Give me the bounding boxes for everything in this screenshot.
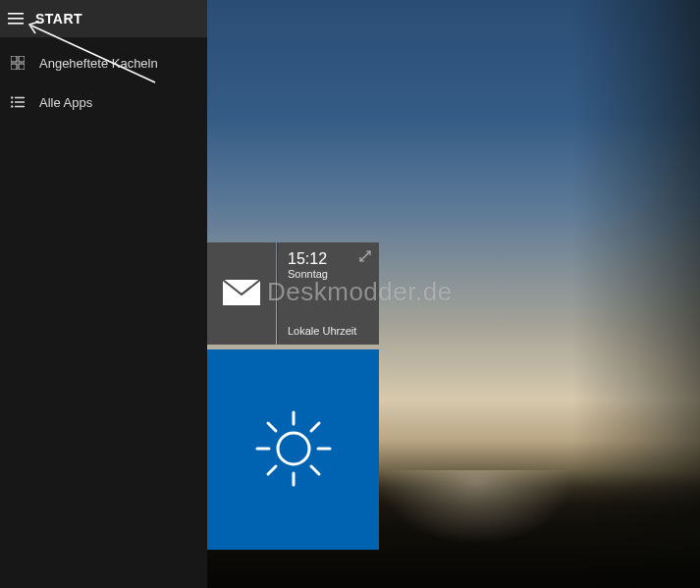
mail-icon: [223, 280, 260, 308]
svg-line-24: [268, 466, 276, 474]
tile-mail[interactable]: [207, 242, 276, 345]
clock-day: Sonntag: [288, 268, 369, 280]
rail-item-pinned-tiles[interactable]: Angeheftete Kacheln: [0, 43, 207, 82]
svg-line-21: [268, 423, 276, 431]
start-rail-items: Angeheftete Kacheln Alle Apps: [0, 37, 207, 122]
svg-rect-4: [19, 56, 25, 62]
svg-rect-6: [19, 64, 25, 70]
sun-icon: [249, 404, 338, 496]
svg-rect-1: [8, 18, 24, 20]
list-icon: [10, 96, 26, 108]
svg-rect-3: [11, 56, 17, 62]
svg-line-15: [360, 256, 365, 261]
rail-item-label: Alle Apps: [39, 95, 92, 110]
svg-rect-0: [8, 13, 24, 15]
svg-point-7: [11, 96, 13, 98]
svg-rect-10: [15, 101, 25, 103]
rail-item-label: Angeheftete Kacheln: [39, 56, 158, 71]
tile-weather[interactable]: [207, 349, 379, 550]
start-header: START: [0, 0, 207, 37]
svg-rect-8: [15, 97, 25, 99]
tile-clock[interactable]: 15:12 Sonntag Lokale Uhrzeit: [277, 242, 379, 345]
clock-time: 15:12: [288, 250, 369, 268]
svg-point-16: [278, 433, 309, 464]
clock-label: Lokale Uhrzeit: [288, 325, 356, 337]
start-menu-rail: START Angeheftete Kacheln: [0, 0, 207, 588]
svg-rect-2: [8, 23, 24, 25]
svg-rect-5: [11, 64, 17, 70]
svg-rect-12: [15, 106, 25, 108]
hamburger-icon[interactable]: [8, 13, 24, 25]
wallpaper-trees: [572, 0, 700, 588]
svg-line-23: [311, 423, 319, 431]
svg-point-9: [11, 101, 13, 103]
svg-point-11: [11, 105, 13, 107]
svg-line-22: [311, 466, 319, 474]
expand-icon: [359, 250, 371, 265]
start-title: START: [35, 11, 82, 27]
rail-item-all-apps[interactable]: Alle Apps: [0, 82, 207, 122]
svg-line-14: [365, 251, 370, 256]
tiles-icon: [10, 56, 26, 70]
